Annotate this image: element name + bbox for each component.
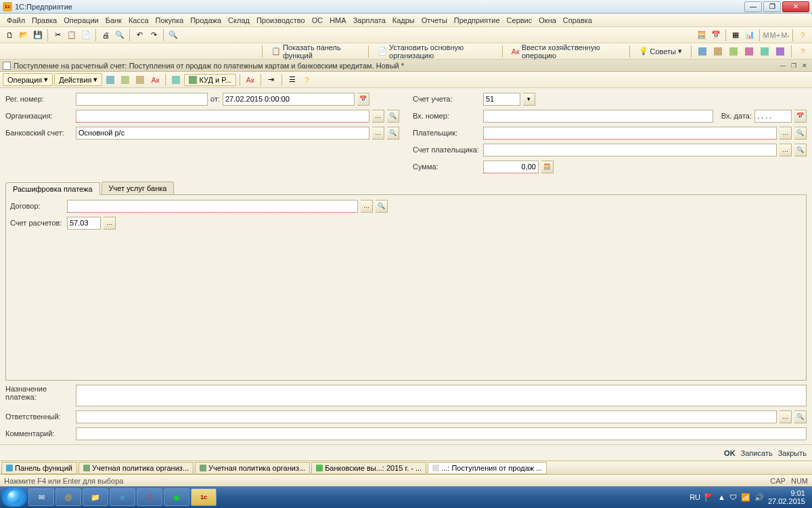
ok-button[interactable]: OK xyxy=(724,449,736,457)
tb2-icon-2[interactable] xyxy=(711,45,725,58)
tb2-icon-6[interactable] xyxy=(773,45,787,58)
menu-nma[interactable]: НМА xyxy=(327,15,348,26)
responsible-input[interactable] xyxy=(76,410,777,423)
doc-tb-7[interactable]: ⇥ xyxy=(265,73,278,87)
contract-search-button[interactable]: 🔍 xyxy=(376,200,388,213)
tray-lang[interactable]: RU xyxy=(690,493,700,501)
menu-service[interactable]: Сервис xyxy=(504,15,535,26)
advice-button[interactable]: 💡Советы▾ xyxy=(634,45,687,58)
doc-tb-help[interactable]: ? xyxy=(300,73,314,87)
sum-input[interactable]: 0,00 xyxy=(483,161,539,173)
cut-icon[interactable]: ✂ xyxy=(51,28,64,42)
doc-tb-4[interactable]: Ак xyxy=(148,73,162,87)
help-icon[interactable]: ? xyxy=(796,28,809,42)
wtab-panel[interactable]: Панель функций xyxy=(1,462,77,474)
wtab-policy-2[interactable]: Учетная политика организ... xyxy=(195,462,310,474)
tb2-help-icon[interactable]: ? xyxy=(796,45,809,58)
task-explorer[interactable]: 📁 xyxy=(83,488,108,506)
copy-icon[interactable]: 📋 xyxy=(65,28,78,42)
open-icon[interactable]: 📂 xyxy=(17,28,30,42)
doc-tb-1[interactable] xyxy=(104,73,117,87)
date-calendar-button[interactable]: 📅 xyxy=(357,93,369,106)
tray-up-icon[interactable]: ▲ xyxy=(718,493,725,501)
payer-select-button[interactable]: … xyxy=(780,127,792,140)
menu-os[interactable]: ОС xyxy=(309,15,326,26)
tray-shield-icon[interactable]: 🛡 xyxy=(729,493,737,501)
set-org-button[interactable]: 📄Установить основную организацию xyxy=(373,41,498,62)
tab-payment-details[interactable]: Расшифровка платежа xyxy=(5,182,100,195)
wtab-bank[interactable]: Банковские вы...: 2015 г. - ... xyxy=(311,462,426,474)
org-input[interactable] xyxy=(76,110,369,123)
show-panel-button[interactable]: 📋Показать панель функций xyxy=(267,41,364,62)
tb2-icon-3[interactable] xyxy=(727,45,740,58)
doc-restore[interactable]: ❐ xyxy=(789,61,798,70)
responsible-search-button[interactable]: 🔍 xyxy=(794,410,807,423)
preview-icon[interactable]: 🔍 xyxy=(113,28,127,42)
paste-icon[interactable]: 📄 xyxy=(79,28,93,42)
responsible-select-button[interactable]: … xyxy=(780,410,792,423)
payer-account-select-button[interactable]: … xyxy=(780,144,792,156)
bank-account-search-button[interactable]: 🔍 xyxy=(387,127,399,140)
new-doc-icon[interactable]: 🗋 xyxy=(3,28,16,42)
tray-clock[interactable]: 9:01 27.02.2015 xyxy=(768,489,805,505)
close-doc-button[interactable]: Закрыть xyxy=(778,449,807,457)
sum-calc-button[interactable]: 🧮 xyxy=(541,161,554,173)
doc-tb-5[interactable] xyxy=(169,73,183,87)
menu-file[interactable]: Файл xyxy=(4,15,28,26)
close-button[interactable]: ✕ xyxy=(782,1,809,12)
write-button[interactable]: Записать xyxy=(741,449,773,457)
print-icon[interactable]: 🖨 xyxy=(99,28,112,42)
reg-number-input[interactable] xyxy=(76,93,208,106)
maximize-button[interactable]: ❐ xyxy=(763,1,781,12)
minimize-button[interactable]: — xyxy=(744,1,762,12)
tb2-icon-5[interactable] xyxy=(758,45,771,58)
menu-sale[interactable]: Продажа xyxy=(187,15,224,26)
menu-hr[interactable]: Кадры xyxy=(390,15,418,26)
task-opera[interactable]: O xyxy=(137,488,162,506)
task-app[interactable]: ◉ xyxy=(164,488,189,506)
org-select-button[interactable]: … xyxy=(372,110,384,123)
payer-search-button[interactable]: 🔍 xyxy=(794,127,807,140)
tray-sound-icon[interactable]: 🔊 xyxy=(754,493,764,502)
payer-input[interactable] xyxy=(483,127,777,140)
menu-reports[interactable]: Отчеты xyxy=(419,15,450,26)
menu-bank[interactable]: Банк xyxy=(103,15,125,26)
calc-icon[interactable]: 🧮 xyxy=(695,28,708,42)
menu-operations[interactable]: Операции xyxy=(61,15,101,26)
task-thunderbird[interactable]: ✉ xyxy=(28,488,54,506)
menu-salary[interactable]: Зарплата xyxy=(351,15,388,26)
tray-network-icon[interactable]: 📶 xyxy=(741,493,750,502)
calendar-icon[interactable]: 📅 xyxy=(709,28,723,42)
menu-kassa[interactable]: Касса xyxy=(126,15,152,26)
save-icon[interactable]: 💾 xyxy=(31,28,45,42)
contract-input[interactable] xyxy=(67,200,358,213)
tray-flag-icon[interactable]: 🚩 xyxy=(704,493,714,502)
grid-icon[interactable]: ▦ xyxy=(729,28,742,42)
contract-select-button[interactable]: … xyxy=(361,200,373,213)
comment-input[interactable] xyxy=(76,427,807,440)
doc-tb-2[interactable] xyxy=(118,73,132,87)
org-search-button[interactable]: 🔍 xyxy=(387,110,399,123)
wtab-current[interactable]: ...: Поступления от продаж ... xyxy=(428,462,547,474)
account-dropdown-button[interactable]: ▾ xyxy=(523,93,535,106)
payer-account-search-button[interactable]: 🔍 xyxy=(794,144,807,156)
tb2-icon-4[interactable] xyxy=(742,45,756,58)
task-ie[interactable]: e xyxy=(110,488,135,506)
undo-icon[interactable]: ↶ xyxy=(133,28,146,42)
enter-operation-button[interactable]: АкВвести хозяйственную операцию xyxy=(507,41,625,62)
menu-stock[interactable]: Склад xyxy=(225,15,252,26)
tab-bank-services[interactable]: Учет услуг банка xyxy=(102,182,175,194)
menu-production[interactable]: Производство xyxy=(254,15,308,26)
doc-minimize[interactable]: — xyxy=(778,61,788,70)
doc-tb-3[interactable] xyxy=(133,73,147,87)
account-select[interactable]: 51 xyxy=(483,93,520,106)
payer-account-input[interactable] xyxy=(483,144,777,156)
bank-account-input[interactable]: Основной р/с xyxy=(76,127,369,140)
doc-tb-6[interactable]: Ак xyxy=(244,73,257,87)
actions-dropdown[interactable]: Действия▾ xyxy=(54,73,102,86)
in-number-input[interactable] xyxy=(483,110,713,123)
doc-tb-8[interactable]: ☰ xyxy=(286,73,299,87)
bank-account-select-button[interactable]: … xyxy=(372,127,384,140)
start-button[interactable] xyxy=(1,488,27,507)
doc-close[interactable]: ✕ xyxy=(800,61,809,70)
